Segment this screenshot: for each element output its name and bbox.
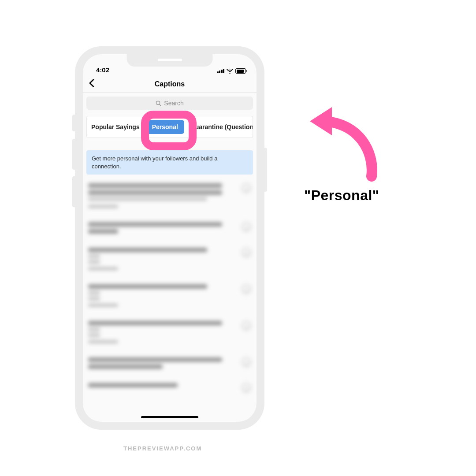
search-icon xyxy=(156,100,161,106)
info-banner: Get more personal with your followers an… xyxy=(86,150,253,175)
page-title: Captions xyxy=(155,80,185,88)
check-icon xyxy=(242,248,251,257)
category-tabs[interactable]: Popular Sayings Personal Quarantine (Que… xyxy=(86,116,253,138)
check-icon xyxy=(242,183,251,193)
check-icon xyxy=(242,222,251,232)
back-button[interactable] xyxy=(89,79,94,89)
search-placeholder: Search xyxy=(164,100,183,107)
caption-list-blurred xyxy=(83,175,257,401)
wifi-icon xyxy=(227,69,233,74)
list-item[interactable] xyxy=(86,244,253,281)
side-button xyxy=(264,148,267,192)
list-item[interactable] xyxy=(86,379,253,401)
battery-icon xyxy=(235,68,246,74)
status-time: 4:02 xyxy=(96,66,109,74)
cellular-icon xyxy=(217,69,225,73)
check-icon xyxy=(242,321,251,331)
svg-line-1 xyxy=(160,104,161,106)
list-item[interactable] xyxy=(86,354,253,379)
svg-point-0 xyxy=(156,101,160,104)
annotation-label: "Personal" xyxy=(304,187,379,204)
side-button xyxy=(72,176,75,207)
annotation-arrow-icon xyxy=(302,99,390,187)
tab-popular-sayings[interactable]: Popular Sayings xyxy=(89,120,141,134)
list-item[interactable] xyxy=(86,281,253,317)
watermark: THEPREVIEWAPP.COM xyxy=(123,445,202,452)
tab-quarantine[interactable]: Quarantine (Questions) xyxy=(189,120,253,134)
check-icon xyxy=(242,284,251,294)
notch xyxy=(127,54,213,67)
side-button xyxy=(72,115,75,131)
home-indicator[interactable] xyxy=(141,416,198,418)
list-item[interactable] xyxy=(86,180,253,219)
tab-personal[interactable]: Personal xyxy=(146,120,184,134)
side-button xyxy=(72,139,75,170)
screen: 4:02 Captions Search Popular Sa xyxy=(83,54,257,422)
check-icon xyxy=(242,383,251,393)
phone-frame: 4:02 Captions Search Popular Sa xyxy=(75,46,264,430)
list-item[interactable] xyxy=(86,317,253,354)
search-input[interactable]: Search xyxy=(86,97,253,110)
check-icon xyxy=(242,357,251,367)
nav-header: Captions xyxy=(83,75,257,93)
list-item[interactable] xyxy=(86,219,253,244)
